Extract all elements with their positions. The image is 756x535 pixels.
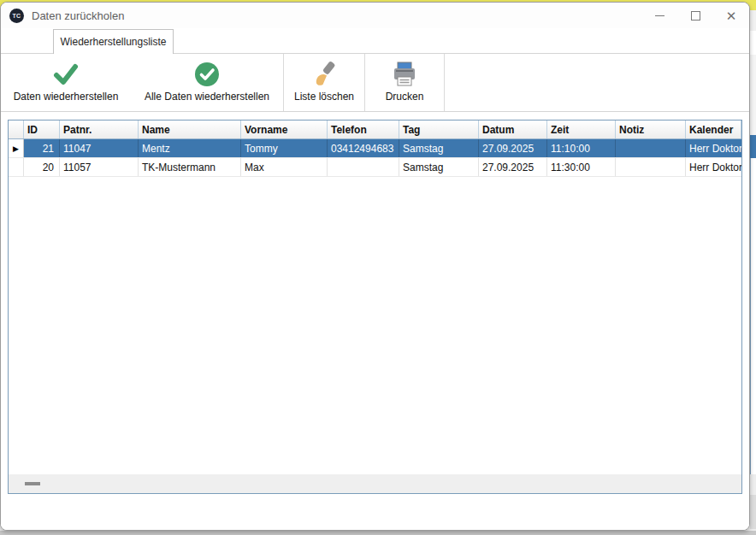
- check-icon: [53, 61, 79, 88]
- row-selector-cell: [9, 158, 24, 176]
- cell-patnr[interactable]: 11057: [60, 158, 139, 176]
- table-row[interactable]: ▶ 21 11047 Mentz Tommy 03412494683 Samst…: [9, 139, 741, 158]
- table-empty-area: [9, 177, 741, 474]
- backdrop-right-sliver: [750, 55, 756, 135]
- print-button[interactable]: Drucken: [365, 54, 444, 111]
- backdrop-right-sliver-selection: [750, 135, 756, 158]
- titlebar: TC Daten zurückholen ✕: [1, 3, 749, 28]
- table-header-row: ID Patnr. Name Vorname Telefon Tag Datum…: [9, 121, 741, 139]
- column-header-patnr[interactable]: Patnr.: [60, 121, 139, 138]
- recovery-table: ID Patnr. Name Vorname Telefon Tag Datum…: [8, 120, 742, 494]
- maximize-icon: [691, 11, 700, 21]
- circle-check-icon: [194, 61, 220, 88]
- printer-icon: [391, 61, 418, 88]
- horizontal-scrollbar-thumb[interactable]: [25, 482, 40, 485]
- cell-id[interactable]: 21: [24, 139, 60, 157]
- maximize-button[interactable]: [677, 3, 713, 28]
- restore-all-data-label: Alle Daten wiederherstellen: [145, 91, 269, 104]
- print-label: Drucken: [386, 91, 424, 104]
- main-content: ID Patnr. Name Vorname Telefon Tag Datum…: [1, 112, 749, 530]
- toolbar-separator: [444, 54, 445, 111]
- current-row-arrow-icon: ▶: [9, 139, 24, 157]
- restore-all-data-button[interactable]: Alle Daten wiederherstellen: [131, 54, 283, 111]
- close-icon: ✕: [726, 9, 737, 22]
- cell-patnr[interactable]: 11047: [60, 139, 139, 157]
- table-row[interactable]: 20 11057 TK-Mustermann Max Samstag 27.09…: [9, 158, 741, 177]
- column-header-kalender[interactable]: Kalender: [686, 121, 741, 138]
- cell-vorname[interactable]: Max: [241, 158, 328, 176]
- column-header-name[interactable]: Name: [139, 121, 241, 138]
- backdrop-right-sliver: [750, 10, 756, 31]
- restore-data-button[interactable]: Daten wiederherstellen: [1, 54, 131, 111]
- window-title: Daten zurückholen: [32, 9, 124, 22]
- column-header-tag[interactable]: Tag: [399, 121, 479, 138]
- minimize-button[interactable]: [641, 3, 677, 28]
- cell-zeit[interactable]: 11:10:00: [547, 139, 616, 157]
- cell-name[interactable]: Mentz: [139, 139, 241, 157]
- restore-data-label: Daten wiederherstellen: [14, 91, 119, 104]
- column-header-telefon[interactable]: Telefon: [328, 121, 399, 138]
- cell-zeit[interactable]: 11:30:00: [547, 158, 616, 176]
- minimize-icon: [655, 15, 664, 16]
- cell-kalender[interactable]: Herr Doktor: [686, 139, 741, 157]
- brush-icon: [310, 61, 338, 88]
- backdrop-right-sliver: [750, 474, 756, 495]
- clear-list-label: Liste löschen: [294, 91, 354, 104]
- tab-strip: Wiederherstellungsliste: [1, 28, 749, 54]
- column-header-datum[interactable]: Datum: [479, 121, 547, 138]
- cell-id[interactable]: 20: [24, 158, 60, 176]
- cell-vorname[interactable]: Tommy: [241, 139, 328, 157]
- cell-telefon[interactable]: [328, 158, 399, 176]
- current-row-arrow: ▶: [13, 144, 19, 153]
- cell-name[interactable]: TK-Mustermann: [139, 158, 241, 176]
- app-icon: TC: [9, 9, 24, 23]
- daten-zurueckholen-dialog: TC Daten zurückholen ✕ Wiederherstellung…: [0, 2, 750, 531]
- row-selector-header: [9, 121, 24, 138]
- tab-wiederherstellungsliste[interactable]: Wiederherstellungsliste: [53, 29, 174, 54]
- cell-tag[interactable]: Samstag: [399, 158, 479, 176]
- cell-telefon[interactable]: 03412494683: [328, 139, 399, 157]
- close-window-button[interactable]: ✕: [713, 3, 749, 28]
- cell-notiz[interactable]: [616, 139, 686, 157]
- window-controls: ✕: [641, 3, 749, 28]
- cell-notiz[interactable]: [616, 158, 686, 176]
- backdrop-right-sliver: [750, 31, 756, 55]
- column-header-notiz[interactable]: Notiz: [616, 121, 686, 138]
- column-header-vorname[interactable]: Vorname: [241, 121, 328, 138]
- column-header-zeit[interactable]: Zeit: [547, 121, 616, 138]
- toolbar: Daten wiederherstellen Alle Daten wieder…: [1, 54, 749, 112]
- cell-tag[interactable]: Samstag: [399, 139, 479, 157]
- cell-kalender[interactable]: Herr Doktor: [686, 158, 741, 176]
- clear-list-button[interactable]: Liste löschen: [284, 54, 364, 111]
- column-header-id[interactable]: ID: [24, 121, 60, 138]
- backdrop-bottom-sliver: [0, 531, 756, 535]
- backdrop-right-sliver: [750, 495, 756, 529]
- backdrop-right-sliver: [750, 158, 756, 474]
- horizontal-scrollbar[interactable]: [9, 474, 741, 493]
- cell-datum[interactable]: 27.09.2025: [479, 139, 547, 157]
- cell-datum[interactable]: 27.09.2025: [479, 158, 547, 176]
